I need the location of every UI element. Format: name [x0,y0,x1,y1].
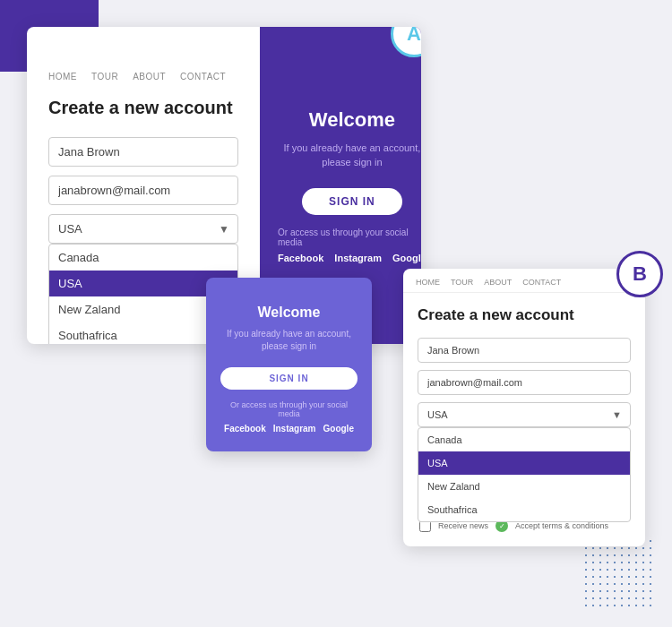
name-input-c[interactable] [418,338,631,363]
option-canada-c[interactable]: Canada [418,428,630,451]
nav-home-c[interactable]: HOME [416,278,440,287]
email-input-c[interactable] [418,370,631,395]
country-select-wrap-a: USA ▼ Canada USA New Zaland Southafrica [48,214,238,244]
option-canada-a[interactable]: Canada [49,245,237,271]
google-link-a[interactable]: Google [392,253,421,263]
country-select-c[interactable]: USA [418,402,631,427]
social-label-a: Or access us through your social media [278,228,421,247]
form-title-a: Create a new account [48,96,238,119]
nav-contact-c[interactable]: CONTACT [522,278,561,287]
badge-b: B [616,251,663,297]
dropdown-c: Canada USA New Zaland Southafrica [418,427,631,522]
social-label-b: Or access us through your social media [220,400,358,418]
card-c-nav: HOME TOUR ABOUT CONTACT [403,269,645,293]
welcome-title-b: Welcome [220,305,358,321]
signin-button-a[interactable]: SIGN IN [302,188,402,215]
option-newzaland-c[interactable]: New Zaland [418,475,630,498]
receive-news-label-c: Receive news [438,521,488,530]
google-link-b[interactable]: Google [323,424,354,434]
facebook-link-a[interactable]: Facebook [278,253,323,263]
nav-tour-a[interactable]: TOUR [91,72,118,82]
country-select-wrap-c: USA ▼ Canada USA New Zaland Southafrica [418,402,631,427]
nav-about-a[interactable]: ABOUT [133,72,166,82]
accept-terms-label-c: Accept terms & conditions [515,521,608,530]
signin-button-b[interactable]: SIGN IN [220,367,358,390]
email-input-a[interactable] [48,176,238,205]
social-links-b: Facebook Instagram Google [220,424,358,434]
card-a-nav: HOME TOUR ABOUT CONTACT [48,63,238,96]
nav-home-a[interactable]: HOME [48,72,77,82]
nav-contact-a[interactable]: CONTACT [180,72,226,82]
social-links-a: Facebook Instagram Google [278,253,421,263]
card-c: B HOME TOUR ABOUT CONTACT Create a new a… [403,269,645,546]
welcome-subtitle-b: If you already have an account, please s… [220,328,358,353]
form-title-c: Create a new account [418,305,631,325]
option-usa-c[interactable]: USA [418,451,630,475]
welcome-title-a: Welcome [309,108,395,132]
instagram-link-a[interactable]: Instagram [334,253,382,263]
country-select-a[interactable]: USA [48,214,238,244]
instagram-link-b[interactable]: Instagram [273,424,316,434]
card-c-body: Create a new account USA ▼ Canada USA Ne… [403,293,645,546]
bg-decoration-dots [582,537,654,609]
facebook-link-b[interactable]: Facebook [224,424,266,434]
nav-about-c[interactable]: ABOUT [484,278,512,287]
option-southafrica-c[interactable]: Southafrica [418,498,630,521]
card-b-mobile: Welcome If you already have an account, … [206,278,372,451]
nav-tour-c[interactable]: TOUR [451,278,473,287]
name-input-a[interactable] [48,137,238,167]
welcome-subtitle-a: If you already have an account, please s… [278,141,421,170]
